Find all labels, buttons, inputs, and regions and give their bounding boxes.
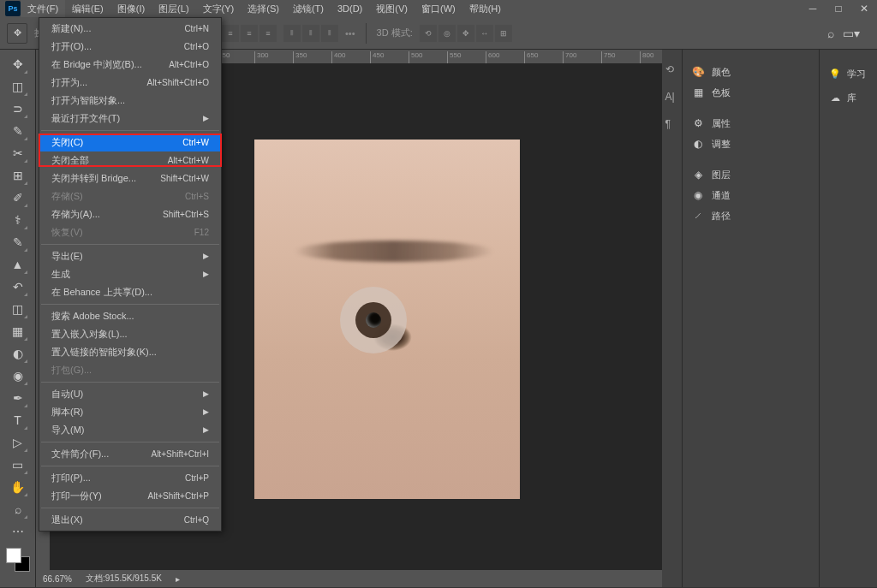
close-button[interactable]: ✕ (851, 0, 877, 17)
color-panel-tab[interactable]: 🎨颜色 (683, 62, 819, 82)
menu-open-as[interactable]: 打开为...Alt+Shift+Ctrl+O (39, 74, 221, 92)
menu-behance[interactable]: 在 Behance 上共享(D)... (39, 283, 221, 301)
document-info[interactable]: 文档:915.5K/915.5K (86, 573, 162, 585)
dodge-tool[interactable]: ◉ (8, 365, 28, 386)
distribute-top-icon[interactable]: ≡ (222, 25, 239, 42)
menu-place-linked[interactable]: 置入链接的智能对象(K)... (39, 343, 221, 361)
menu-recent[interactable]: 最近打开文件(T)▶ (39, 110, 221, 128)
menu-filter[interactable]: 滤镜(T) (286, 0, 331, 17)
zoom-level[interactable]: 66.67% (43, 574, 72, 584)
menu-3d[interactable]: 3D(D) (331, 0, 369, 17)
menu-close-bridge[interactable]: 关闭并转到 Bridge...Shift+Ctrl+W (39, 169, 221, 187)
properties-panel-tab[interactable]: ⚙属性 (683, 113, 819, 134)
menu-open-smart[interactable]: 打开为智能对象... (39, 92, 221, 110)
workspace-icon[interactable]: ▭▾ (843, 27, 860, 40)
library-panel-tab[interactable]: ☁库 (820, 86, 877, 110)
menu-type[interactable]: 文字(Y) (196, 0, 242, 17)
menu-new[interactable]: 新建(N)...Ctrl+N (39, 20, 221, 38)
type-tool[interactable]: T (8, 410, 28, 431)
healing-tool[interactable]: ⚕ (8, 210, 28, 230)
quick-select-tool[interactable]: ✎ (8, 121, 28, 141)
menu-generate[interactable]: 生成▶ (39, 265, 221, 283)
zoom-tool[interactable]: ⌕ (8, 499, 28, 520)
menu-save[interactable]: 存储(S)Ctrl+S (39, 187, 221, 205)
path-select-tool[interactable]: ▷ (8, 432, 28, 453)
menu-close[interactable]: 关闭(C)Ctrl+W (39, 134, 221, 151)
lasso-tool[interactable]: ⊃ (8, 98, 28, 119)
menu-scripts[interactable]: 脚本(R)▶ (39, 403, 221, 421)
menu-revert[interactable]: 恢复(V)F12 (39, 223, 221, 241)
distribute-right-icon[interactable]: ⦀ (321, 25, 338, 42)
menu-view[interactable]: 视图(V) (369, 0, 415, 17)
3d-pan-icon[interactable]: ✥ (457, 25, 474, 42)
adjustments-panel-tab[interactable]: ◐调整 (683, 134, 819, 154)
menu-automate[interactable]: 自动(U)▶ (39, 385, 221, 403)
menu-package[interactable]: 打包(G)... (39, 361, 221, 379)
learn-panel-tab[interactable]: 💡学习 (820, 62, 877, 86)
menu-browse-bridge[interactable]: 在 Bridge 中浏览(B)...Alt+Ctrl+O (39, 56, 221, 74)
marquee-tool[interactable]: ◫ (8, 76, 28, 97)
eraser-tool[interactable]: ◫ (8, 299, 28, 319)
crop-tool[interactable]: ✂ (8, 143, 28, 163)
minimize-button[interactable]: ─ (800, 0, 826, 17)
menu-close-all[interactable]: 关闭全部Alt+Ctrl+W (39, 151, 221, 169)
blur-tool[interactable]: ◐ (8, 343, 28, 364)
submenu-arrow-icon: ▶ (203, 250, 209, 263)
swatches-panel-tab[interactable]: ▦色板 (683, 82, 819, 103)
right-panels: ⟲ A| ¶ 🎨颜色 ▦色板 ⚙属性 ◐调整 ◈图层 ◉通道 ⟋路径 (662, 50, 819, 587)
3d-orbit-icon[interactable]: ⟲ (420, 25, 437, 42)
hand-tool[interactable]: ✋ (8, 477, 28, 497)
frame-tool[interactable]: ⊞ (8, 165, 28, 186)
foreground-color[interactable] (6, 548, 21, 563)
menu-export[interactable]: 导出(E)▶ (39, 247, 221, 265)
menu-save-as[interactable]: 存储为(A)...Shift+Ctrl+S (39, 205, 221, 223)
search-icon[interactable]: ⌕ (827, 27, 834, 40)
maximize-button[interactable]: □ (826, 0, 851, 17)
edit-toolbar[interactable]: ⋯ (8, 521, 28, 542)
menu-import[interactable]: 导入(M)▶ (39, 421, 221, 439)
distribute-v-icon[interactable]: ≡ (241, 25, 258, 42)
menu-file[interactable]: 文件(F) (21, 0, 65, 17)
brush-tool[interactable]: ✎ (8, 232, 28, 252)
menu-window[interactable]: 窗口(W) (415, 0, 462, 17)
menu-search-stock[interactable]: 搜索 Adobe Stock... (39, 307, 221, 325)
character-icon[interactable]: A| (665, 91, 679, 104)
3d-roll-icon[interactable]: ◎ (438, 25, 456, 42)
gradient-tool[interactable]: ▦ (8, 321, 28, 342)
menu-exit[interactable]: 退出(X)Ctrl+Q (39, 511, 221, 529)
3d-zoom-icon[interactable]: ⊞ (495, 25, 512, 42)
menu-file-info[interactable]: 文件简介(F)...Alt+Shift+Ctrl+I (39, 445, 221, 463)
distribute-left-icon[interactable]: ⦀ (283, 25, 301, 42)
pen-tool[interactable]: ✒ (8, 388, 28, 408)
paragraph-icon[interactable]: ¶ (665, 118, 679, 132)
status-arrow-icon[interactable]: ▸ (176, 574, 180, 584)
menu-select[interactable]: 选择(S) (241, 0, 286, 17)
distribute-h-icon[interactable]: ⦀ (302, 25, 319, 42)
ruler-tick: 550 (447, 51, 461, 63)
eyedropper-tool[interactable]: ✐ (8, 187, 28, 208)
move-tool[interactable]: ✥ (8, 54, 28, 74)
more-options-icon[interactable]: ••• (345, 28, 355, 39)
menu-print-copy[interactable]: 打印一份(Y)Alt+Shift+Ctrl+P (39, 487, 221, 505)
history-icon[interactable]: ⟲ (665, 63, 679, 77)
document-canvas[interactable] (254, 140, 520, 499)
paths-panel-tab[interactable]: ⟋路径 (683, 205, 819, 226)
distribute-bottom-icon[interactable]: ≡ (260, 25, 277, 42)
menu-edit[interactable]: 编辑(E) (65, 0, 110, 17)
menu-open[interactable]: 打开(O)...Ctrl+O (39, 38, 221, 56)
3d-slide-icon[interactable]: ↔ (476, 25, 493, 42)
layers-icon: ◈ (691, 168, 705, 181)
menu-place-embed[interactable]: 置入嵌入对象(L)... (39, 325, 221, 343)
channels-panel-tab[interactable]: ◉通道 (683, 185, 819, 205)
menu-print[interactable]: 打印(P)...Ctrl+P (39, 469, 221, 487)
3d-mode-label: 3D 模式: (377, 27, 413, 39)
layers-panel-tab[interactable]: ◈图层 (683, 164, 819, 185)
menu-image[interactable]: 图像(I) (110, 0, 152, 17)
menu-layer[interactable]: 图层(L) (152, 0, 195, 17)
shape-tool[interactable]: ▭ (8, 454, 28, 475)
stamp-tool[interactable]: ▲ (8, 254, 28, 275)
menu-help[interactable]: 帮助(H) (462, 0, 508, 17)
history-brush-tool[interactable]: ↶ (8, 276, 28, 297)
color-swatch[interactable] (6, 548, 30, 572)
move-tool-icon[interactable]: ✥ (7, 23, 27, 44)
